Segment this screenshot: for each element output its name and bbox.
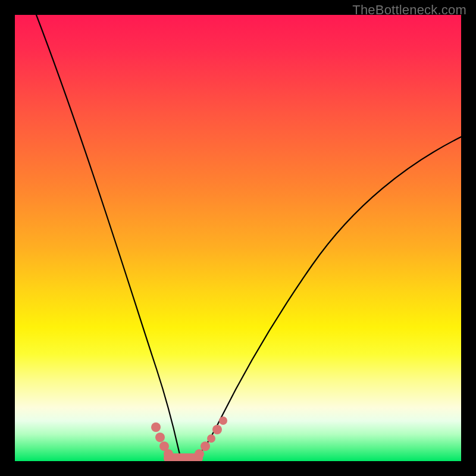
marker-cluster-left <box>151 422 173 459</box>
svg-point-6 <box>207 434 215 443</box>
svg-point-7 <box>212 425 222 434</box>
svg-point-4 <box>195 449 204 459</box>
bottleneck-left-curve <box>36 15 183 459</box>
svg-point-8 <box>219 416 227 425</box>
svg-point-3 <box>164 449 173 459</box>
svg-point-1 <box>155 433 165 442</box>
chart-svg <box>15 15 461 461</box>
chart-plot-area <box>15 15 461 461</box>
svg-point-5 <box>201 441 210 451</box>
svg-point-0 <box>151 422 161 432</box>
marker-cluster-right <box>195 416 227 459</box>
bottleneck-right-curve <box>193 137 461 459</box>
